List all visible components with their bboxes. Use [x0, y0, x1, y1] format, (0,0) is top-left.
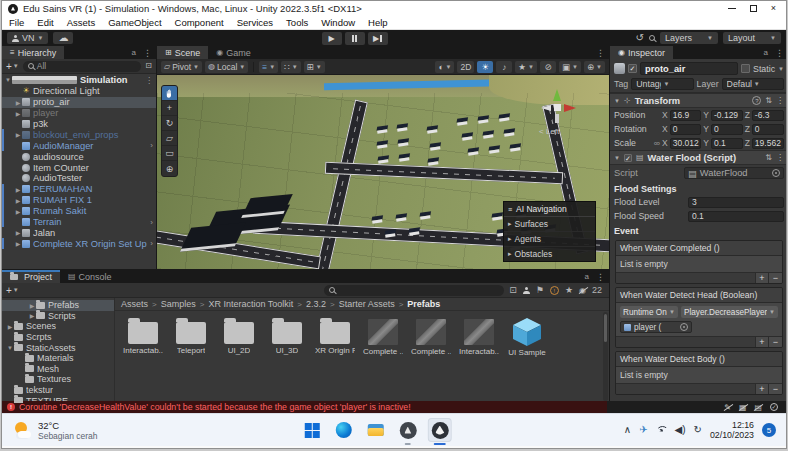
tab-inspector[interactable]: ◉Inspector	[610, 46, 673, 59]
menu-window[interactable]: Window	[321, 17, 355, 28]
menu-component[interactable]: Component	[175, 17, 224, 28]
project-tree-item-staticassets[interactable]: ▼StaticAssets	[2, 342, 114, 353]
tray-expand-icon[interactable]: ∧	[624, 425, 631, 435]
remove-listener-button[interactable]: −	[769, 273, 782, 283]
breadcrumb-item[interactable]: Prefabs	[407, 299, 440, 309]
hand-tool-button[interactable]	[162, 86, 177, 101]
effects-dropdown[interactable]: ★▼	[515, 61, 537, 73]
expand-arrow-icon[interactable]: ▼	[4, 77, 12, 83]
scale-x-field[interactable]: 30.012	[670, 138, 702, 149]
component-menu-icon[interactable]: ⋮	[776, 96, 784, 105]
expand-arrow-icon[interactable]: ▶	[28, 302, 36, 309]
menu-edit[interactable]: Edit	[37, 17, 53, 28]
lock-icon[interactable]: a	[761, 48, 771, 57]
hierarchy-item-perumahan[interactable]: ▶PERUMAHAN	[2, 184, 156, 195]
scene-visibility-toggle[interactable]: ⊘	[540, 61, 556, 73]
hierarchy-item-audiomanager[interactable]: AudioManager›	[2, 140, 156, 151]
breadcrumb-item[interactable]: Samples	[161, 299, 196, 309]
position-y-field[interactable]: -0.129	[711, 110, 743, 121]
hierarchy-item-rumah-fix-1[interactable]: ▶RUMAH FIX 1	[2, 195, 156, 206]
static-checkbox[interactable]: ✓	[741, 64, 750, 73]
breadcrumb-item[interactable]: XR Interaction Toolkit	[208, 299, 293, 309]
audio-toggle[interactable]: ♪	[496, 61, 512, 73]
scrollbar[interactable]	[603, 312, 608, 401]
asset-interactab-[interactable]: Interactab...	[461, 317, 497, 403]
edge-button[interactable]	[332, 418, 356, 442]
grid-snapping-dropdown[interactable]: ⊞▼	[304, 61, 325, 73]
minimize-button[interactable]	[728, 8, 736, 9]
add-listener-button[interactable]: +	[756, 384, 769, 394]
scale-y-field[interactable]: 0.1	[711, 138, 743, 149]
flood-speed-field[interactable]: 0.1	[688, 211, 784, 222]
unity-editor-button[interactable]	[428, 418, 452, 442]
remove-listener-button[interactable]: −	[769, 337, 782, 347]
check-circle-icon[interactable]: ✓	[770, 403, 778, 411]
position-x-field[interactable]: 16.9	[670, 110, 702, 121]
move-tool-button[interactable]: +	[162, 101, 177, 116]
expand-arrow-icon[interactable]: ▶	[14, 240, 22, 247]
rotation-x-field[interactable]: 0	[670, 124, 702, 135]
static-dropdown-icon[interactable]: ▼	[778, 66, 784, 72]
hierarchy-item-directional-light[interactable]: ☀Directional Light	[2, 86, 156, 97]
ai-nav-item-agents[interactable]: ▸Agents	[504, 232, 595, 247]
expand-arrow-icon[interactable]: ▶	[14, 110, 22, 117]
clock-widget[interactable]: 12:16 02/10/2023	[710, 420, 754, 440]
presets-icon[interactable]: ⇅	[765, 153, 772, 162]
expand-arrow-icon[interactable]: ▶	[14, 131, 22, 138]
panel-menu-icon[interactable]: ⋮	[139, 48, 156, 58]
object-name-field[interactable]: proto_air	[640, 62, 738, 75]
expand-arrow-icon[interactable]: ▶	[14, 229, 22, 236]
undo-history-icon[interactable]: ↺	[636, 33, 644, 43]
transform-component-header[interactable]: ▼ ⊹ Transform ? ⇅ ⋮	[610, 93, 787, 108]
search-in-icon[interactable]: ⊡	[509, 285, 517, 295]
breadcrumb-item[interactable]: Starter Assets	[339, 299, 395, 309]
layout-dropdown[interactable]: Layout▼	[723, 32, 781, 44]
breadcrumb-item[interactable]: Assets	[121, 299, 148, 309]
prefab-open-chevron[interactable]: ›	[150, 218, 153, 227]
handle-rotation-toggle[interactable]: ◍Local▼	[205, 61, 248, 73]
project-tree-item-tekstur[interactable]: tekstur	[2, 385, 114, 396]
menu-assets[interactable]: Assets	[67, 17, 96, 28]
asset-complete-[interactable]: Complete ...	[413, 317, 449, 403]
expand-arrow-icon[interactable]: ▶	[6, 323, 14, 330]
notification-badge[interactable]: 5	[762, 423, 776, 437]
volume-icon[interactable]: ◀)	[675, 425, 686, 435]
asset-interactab-[interactable]: Interactab...	[125, 317, 161, 403]
breadcrumb-item[interactable]: 2.3.2	[306, 299, 326, 309]
file-explorer-button[interactable]	[364, 418, 388, 442]
rect-tool-button[interactable]: ▭	[162, 146, 177, 161]
scale-tool-button[interactable]: ▱	[162, 131, 177, 146]
hierarchy-item-jalan[interactable]: ▶Jalan	[2, 227, 156, 238]
favorites-star-icon[interactable]: ★	[565, 285, 573, 295]
asset-ui-sample[interactable]: UI Sample	[509, 317, 545, 403]
asset-xr-origin-p-[interactable]: XR Origin P...	[317, 317, 353, 403]
search-by-user-icon[interactable]	[523, 287, 530, 294]
lock-icon[interactable]: a	[129, 48, 139, 57]
asset-ui-3d[interactable]: UI_3D	[269, 317, 305, 403]
pivot-toggle[interactable]: ▱Pivot▼	[161, 61, 202, 73]
prefab-open-chevron[interactable]: ›	[150, 239, 153, 248]
rotate-tool-button[interactable]: ↻	[162, 116, 177, 131]
2d-toggle[interactable]: 2D	[457, 61, 474, 73]
start-button[interactable]	[300, 418, 324, 442]
hierarchy-item-simulation[interactable]: ▼Simulation⋮	[2, 75, 156, 86]
event-function-dropdown[interactable]: Player.DecreasePlayerHealtl▼	[681, 306, 778, 318]
pen-slash-icon[interactable]: ✎	[724, 403, 731, 412]
location-share-icon[interactable]: ✈	[639, 425, 647, 435]
hierarchy-item-proto-air[interactable]: ▶proto_air	[2, 97, 156, 108]
snap-settings-dropdown[interactable]: ∷▼	[281, 61, 300, 73]
scene-3d-viewport[interactable]: + ↻ ▱ ▭ ⊕ < Left	[157, 75, 609, 269]
gizmos-dropdown[interactable]: ⊕▼	[584, 61, 605, 73]
event-target-object-field[interactable]: player (	[620, 321, 692, 333]
wifi-icon[interactable]	[656, 426, 667, 435]
hierarchy-search-input[interactable]: All	[23, 61, 142, 72]
cloud-button[interactable]: ☁	[53, 32, 73, 44]
ai-nav-item-obstacles[interactable]: ▸Obstacles	[504, 247, 595, 261]
asset-teleport[interactable]: Teleport	[173, 317, 209, 403]
search-icon[interactable]	[649, 35, 655, 41]
project-tree-item-textures[interactable]: Textures	[2, 374, 114, 385]
component-menu-icon[interactable]: ⋮	[776, 153, 784, 162]
project-tree-item-scripts[interactable]: ▶Scripts	[2, 311, 114, 322]
lock-icon[interactable]: a	[582, 272, 592, 281]
tab-scene[interactable]: ⊞Scene	[157, 46, 208, 59]
